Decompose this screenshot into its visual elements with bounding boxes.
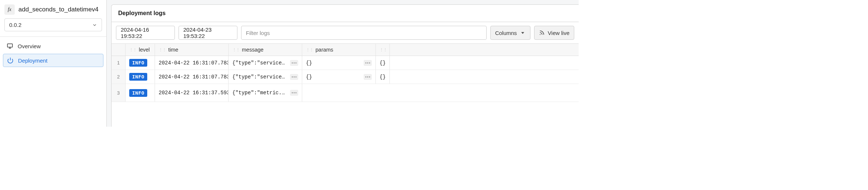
view-live-button[interactable]: View live <box>534 26 574 40</box>
svg-marker-4 <box>521 32 524 34</box>
more-icon[interactable] <box>290 60 298 66</box>
svg-point-11 <box>369 62 370 63</box>
svg-point-15 <box>366 76 367 77</box>
sidebar-nav: Overview Deployment <box>0 37 106 70</box>
svg-point-13 <box>294 76 295 77</box>
column-level[interactable]: ⋮⋮level <box>126 44 155 56</box>
svg-point-8 <box>296 62 297 63</box>
svg-point-14 <box>296 76 297 77</box>
svg-point-5 <box>540 34 540 35</box>
svg-rect-0 <box>7 44 13 47</box>
column-time[interactable]: ⋮⋮time <box>155 44 229 56</box>
row-number: 1 <box>112 56 126 70</box>
sidebar-item-deployment[interactable]: Deployment <box>3 54 103 67</box>
sidebar-item-label: Deployment <box>18 57 47 64</box>
svg-point-18 <box>292 92 293 94</box>
svg-point-12 <box>292 76 293 77</box>
cell-level: INFO <box>126 84 155 102</box>
level-badge: INFO <box>129 73 147 81</box>
rss-icon <box>539 30 545 36</box>
sidebar-item-overview[interactable]: Overview <box>3 40 103 52</box>
logs-table: ⋮⋮level ⋮⋮time ⋮⋮message ⋮⋮params ⋮⋮ 1 I… <box>112 43 579 102</box>
cell-message: {"type":"service.1",… <box>229 70 302 84</box>
more-icon[interactable] <box>290 74 298 80</box>
drag-handle-icon: ⋮⋮ <box>306 48 313 52</box>
svg-point-20 <box>296 92 297 94</box>
filters-row: 2024-04-16 19:53:22 2024-04-23 19:53:22 … <box>112 22 579 43</box>
cell-level: INFO <box>126 56 155 70</box>
sidebar-header: fx add_seconds_to_datetimev4 0.0.2 <box>0 0 106 34</box>
version-select[interactable]: 0.0.2 <box>4 18 102 31</box>
sidebar-item-label: Overview <box>18 43 41 49</box>
monitor-icon <box>7 43 13 49</box>
column-message[interactable]: ⋮⋮message <box>229 44 302 56</box>
cell-params: {} <box>298 87 302 99</box>
table-header: ⋮⋮level ⋮⋮time ⋮⋮message ⋮⋮params ⋮⋮ <box>112 44 579 56</box>
columns-button[interactable]: Columns <box>490 26 530 40</box>
cell-params: {} <box>302 56 376 70</box>
column-rownum <box>112 44 126 56</box>
more-icon[interactable] <box>364 74 372 80</box>
level-badge: INFO <box>129 89 147 97</box>
column-params[interactable]: ⋮⋮params <box>302 44 376 56</box>
level-badge: INFO <box>129 59 147 67</box>
drag-handle-icon: ⋮⋮ <box>380 48 387 52</box>
drag-handle-icon: ⋮⋮ <box>129 48 137 52</box>
cell-time: 2024-04-22 16:31:37.593 <box>155 84 229 102</box>
svg-point-9 <box>366 62 367 63</box>
cell-params: {} <box>302 70 376 84</box>
cell-level: INFO <box>126 70 155 84</box>
view-live-button-label: View live <box>548 30 569 36</box>
main-content: Deployment logs 2024-04-16 19:53:22 2024… <box>107 0 579 127</box>
cell-message: {"type":"metric.1","… {} {} <box>229 84 302 102</box>
function-title-row: fx add_seconds_to_datetimev4 <box>4 4 102 15</box>
column-extra[interactable]: ⋮⋮ <box>376 44 390 56</box>
triangle-down-icon <box>520 30 526 36</box>
svg-point-6 <box>292 62 293 63</box>
svg-point-17 <box>369 76 370 77</box>
drag-handle-icon: ⋮⋮ <box>159 48 166 52</box>
svg-point-16 <box>367 76 368 77</box>
svg-point-10 <box>367 62 368 63</box>
cell-extra: {} <box>376 70 390 84</box>
logs-panel: Deployment logs 2024-04-16 19:53:22 2024… <box>111 4 579 127</box>
svg-point-19 <box>294 92 295 94</box>
table-row: 1 INFO 2024-04-22 16:31:07.783 {"type":"… <box>112 56 579 70</box>
cell-time: 2024-04-22 16:31:07.783 <box>155 70 229 84</box>
panel-title: Deployment logs <box>112 5 579 22</box>
function-name: add_seconds_to_datetimev4 <box>18 6 98 13</box>
row-number: 3 <box>112 84 126 102</box>
more-icon[interactable] <box>364 60 372 66</box>
date-to-input[interactable]: 2024-04-23 19:53:22 <box>179 26 237 40</box>
chevron-down-icon <box>92 22 97 28</box>
cell-message: {"type":"service.1",… <box>229 56 302 70</box>
more-icon[interactable] <box>290 90 298 96</box>
table-row: 2 INFO 2024-04-22 16:31:07.783 {"type":"… <box>112 70 579 84</box>
power-icon <box>7 57 14 64</box>
version-value: 0.0.2 <box>9 22 21 28</box>
drag-handle-icon: ⋮⋮ <box>232 48 240 52</box>
svg-point-7 <box>294 62 295 63</box>
cell-extra: {} <box>376 56 390 70</box>
sidebar: fx add_seconds_to_datetimev4 0.0.2 Overv… <box>0 0 107 127</box>
columns-button-label: Columns <box>495 30 517 36</box>
fx-icon: fx <box>4 4 15 15</box>
filter-logs-input[interactable] <box>241 26 487 40</box>
table-row: 3 INFO 2024-04-22 16:31:37.593 {"type":"… <box>112 84 579 102</box>
date-from-input[interactable]: 2024-04-16 19:53:22 <box>116 26 175 40</box>
cell-time: 2024-04-22 16:31:07.783 <box>155 56 229 70</box>
row-number: 2 <box>112 70 126 84</box>
